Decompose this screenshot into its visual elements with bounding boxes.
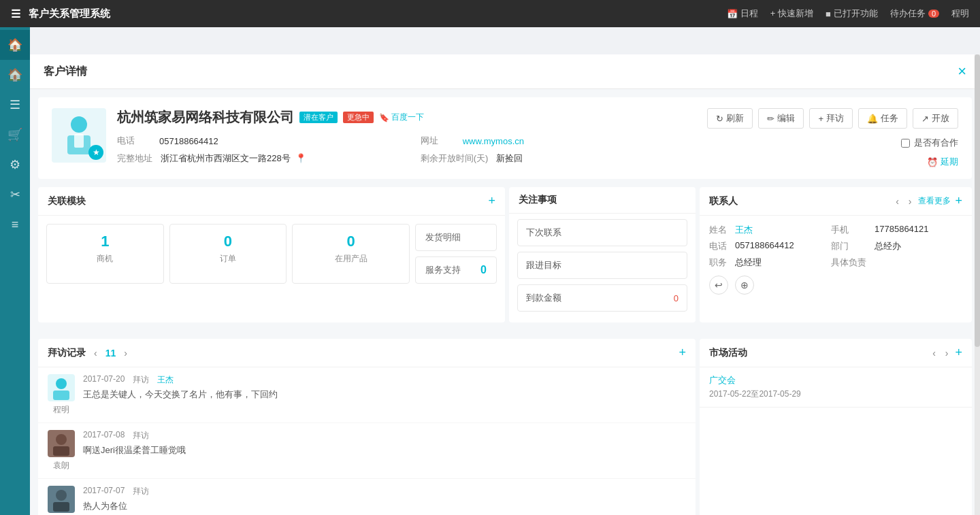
website-value[interactable]: www.mymos.cn: [463, 136, 524, 146]
visit-button[interactable]: + 拜访: [809, 108, 853, 129]
market-header: 市场活动 ‹ › +: [700, 339, 972, 367]
address-label: 完整地址: [117, 152, 152, 165]
sidebar-item-list[interactable]: ☰: [0, 90, 30, 120]
market-next-button[interactable]: ›: [943, 346, 951, 360]
visit-item-1: 程明 2017-07-20 拜访 王杰 王总是关键人，今天交换了名片，他有事，下…: [38, 367, 696, 423]
clock-icon: ⏰: [927, 157, 938, 167]
module-opportunity[interactable]: 1 商机: [46, 224, 164, 284]
market-event-title[interactable]: 广交会: [709, 374, 962, 386]
sidebar-item-cart[interactable]: 🛒: [0, 120, 30, 150]
concern-payment[interactable]: 到款金额 0: [517, 284, 687, 312]
service-count: 0: [480, 264, 487, 276]
concern-follow-goal[interactable]: 跟进目标: [517, 252, 687, 279]
svg-point-0: [71, 116, 87, 133]
nav-left: ☰ 客户关系管理系统: [11, 7, 110, 20]
visit1-type: 拜访: [133, 374, 149, 386]
company-info: 杭州筑家易网络科技有限公司 潜在客户 更急中 🔖 百度一下 电话 0571886…: [117, 108, 696, 165]
market-card: 市场活动 ‹ › + 广交会 2017-05-22至2017-05-29: [700, 339, 972, 515]
visits-next-button[interactable]: ›: [121, 346, 130, 360]
visits-count: 11: [105, 348, 116, 359]
related-modules-card: 关联模块 + 1 商机 0 订单: [38, 187, 505, 322]
sidebar-item-home[interactable]: 🏠: [0, 30, 30, 60]
contact-grid: 姓名 王杰 手机 17785864121 电话 057188664412 部门 …: [709, 224, 962, 269]
concern-next-contact-row: 下次联系: [526, 227, 679, 239]
open-button[interactable]: ↗ 开放: [913, 108, 958, 129]
svg-rect-2: [74, 134, 84, 148]
shipping-item[interactable]: 发货明细: [415, 224, 497, 251]
visitor3-person-icon: [49, 487, 74, 512]
visits-add-button[interactable]: +: [679, 346, 686, 360]
address-row: 完整地址 浙江省杭州市西湖区文一路228号 📍: [117, 152, 393, 165]
top-navigation: ☰ 客户关系管理系统 📅 日程 + 快速新增 ■ 已打开功能 待办任务 0 程明: [0, 0, 980, 27]
visitor2-person-icon: [49, 431, 74, 456]
visit-avatar-1: [48, 374, 75, 401]
refresh-button[interactable]: ↻ 刷新: [707, 108, 753, 129]
module-order[interactable]: 0 订单: [169, 224, 287, 284]
calendar-icon: 📅: [727, 9, 738, 19]
visit1-date: 2017-07-20: [83, 374, 125, 386]
contacts-next-button[interactable]: ›: [906, 195, 915, 208]
hamburger-icon[interactable]: ☰: [11, 7, 20, 20]
concern-payment-row: 到款金额 0: [526, 292, 679, 304]
contact-link-button[interactable]: ↩: [709, 276, 728, 295]
svg-point-3: [56, 378, 67, 389]
user-nav[interactable]: 程明: [951, 7, 969, 20]
related-modules-add-button[interactable]: +: [488, 194, 495, 208]
contact-responsible-label: 具体负责: [831, 256, 866, 269]
sidebar-item-home2[interactable]: 🏠: [0, 60, 30, 90]
market-add-button[interactable]: +: [955, 346, 962, 360]
visitor1-person-icon: [49, 376, 74, 400]
module-product[interactable]: 0 在用产品: [292, 224, 410, 284]
quick-add-nav[interactable]: + 快速新增: [770, 7, 813, 20]
svg-rect-6: [53, 446, 69, 456]
service-item[interactable]: 服务支持 0: [415, 256, 497, 284]
avatar-badge: ★: [88, 145, 103, 160]
svg-point-5: [56, 434, 67, 445]
visit-avatar-col-1: 程明: [48, 374, 75, 416]
visit-avatar-col-3: 程向: [48, 486, 75, 515]
visit2-date: 2017-07-08: [83, 430, 125, 442]
company-actions: ↻ 刷新 ✏ 编辑 + 拜访 🔔 任务: [707, 108, 958, 168]
cooperation-checkbox[interactable]: [901, 139, 910, 148]
contacts-prev-button[interactable]: ‹: [893, 195, 902, 208]
concerns-card: 关注事项 下次联系 跟进目标: [509, 187, 696, 322]
main-content: 客户详情 × ★ 杭州筑家易网络科技有限公司: [30, 54, 980, 515]
market-event-date: 2017-05-22至2017-05-29: [709, 388, 962, 400]
opportunity-count: 1: [52, 233, 158, 250]
contact-name-value[interactable]: 王杰: [735, 224, 823, 236]
task-button[interactable]: 🔔 任务: [858, 108, 907, 129]
sidebar-item-menu[interactable]: ≡: [0, 210, 30, 239]
related-modules-header: 关联模块 +: [38, 187, 505, 216]
visit1-contact[interactable]: 王杰: [157, 374, 174, 386]
extend-link[interactable]: ⏰ 延期: [927, 156, 958, 168]
visit-info-2: 2017-07-08 拜访 啊送Jeri很温柔普工睡觉哦: [83, 430, 686, 456]
pending-tasks-nav[interactable]: 待办任务 0: [890, 7, 939, 20]
contact-position-label: 职务: [709, 256, 727, 269]
contacts-add-button[interactable]: +: [955, 194, 962, 208]
contact-add-button[interactable]: ⊕: [735, 276, 754, 295]
contact-mobile-label: 手机: [831, 224, 866, 236]
visits-header: 拜访记录 ‹ 11 › +: [38, 339, 696, 367]
edit-button[interactable]: ✏ 编辑: [758, 108, 804, 129]
market-prev-button[interactable]: ‹: [930, 346, 938, 360]
visitor1-name: 程明: [53, 404, 69, 416]
app-title: 客户关系管理系统: [29, 7, 110, 20]
schedule-nav[interactable]: 📅 日程: [727, 7, 758, 20]
concern-next-contact[interactable]: 下次联系: [517, 219, 687, 246]
visit-icon: +: [818, 114, 823, 124]
see-more-link[interactable]: 查看更多: [918, 195, 951, 207]
visit-meta-1: 2017-07-20 拜访 王杰: [83, 374, 686, 386]
right-scrollbar[interactable]: [975, 54, 980, 515]
sidebar: 🏠 🏠 ☰ 🛒 ⚙ ✂ ≡: [0, 27, 30, 515]
visits-prev-button[interactable]: ‹: [91, 346, 100, 360]
phone-row: 电话 057188664412: [117, 135, 393, 147]
concern-next-label: 下次联系: [526, 227, 561, 239]
close-button[interactable]: ×: [958, 63, 966, 80]
sidebar-item-scissors[interactable]: ✂: [0, 180, 30, 210]
baidu-link[interactable]: 🔖 百度一下: [379, 112, 424, 123]
contact-name-label: 姓名: [709, 224, 727, 236]
opened-features-nav[interactable]: ■ 已打开功能: [826, 7, 878, 20]
modules-right: 发货明细 服务支持 0: [415, 224, 497, 284]
market-item-1: 广交会 2017-05-22至2017-05-29: [700, 367, 972, 408]
sidebar-item-settings[interactable]: ⚙: [0, 150, 30, 180]
